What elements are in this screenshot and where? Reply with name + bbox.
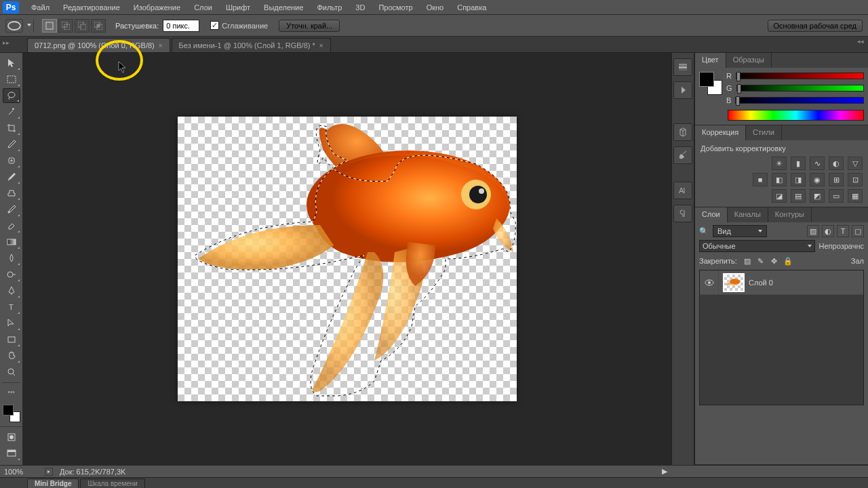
zoom-level[interactable]: 100% bbox=[4, 468, 38, 476]
history-brush-tool[interactable] bbox=[3, 202, 20, 217]
canvas-area[interactable] bbox=[23, 53, 671, 465]
zoom-tool[interactable] bbox=[3, 365, 20, 380]
current-tool-icon[interactable] bbox=[5, 19, 23, 33]
timeline-tab[interactable]: Шкала времени bbox=[80, 479, 144, 488]
collapse-panels-icon[interactable]: ◂◂ bbox=[857, 38, 864, 45]
adjustments-tab[interactable]: Коррекция bbox=[695, 125, 746, 140]
photo-filter-icon[interactable]: ◉ bbox=[810, 173, 825, 186]
lasso-tool[interactable] bbox=[3, 88, 20, 103]
bw-icon[interactable]: ◨ bbox=[791, 173, 806, 186]
hand-tool[interactable] bbox=[3, 348, 20, 363]
styles-tab[interactable]: Стили bbox=[746, 125, 782, 140]
color-swatches[interactable] bbox=[3, 405, 20, 422]
curves-icon[interactable]: ∿ bbox=[810, 157, 825, 170]
channel-mixer-icon[interactable]: ⊞ bbox=[829, 173, 844, 186]
color-lookup-icon[interactable]: ⊡ bbox=[848, 173, 863, 186]
color-fgbg-swatches[interactable] bbox=[699, 72, 722, 95]
layer-thumbnail[interactable] bbox=[723, 273, 745, 292]
move-tool[interactable] bbox=[3, 56, 20, 70]
lock-pixels-icon[interactable]: ✎ bbox=[755, 255, 767, 267]
workspace-switcher[interactable]: Основная рабочая сред bbox=[768, 20, 863, 32]
actions-panel-icon[interactable] bbox=[673, 81, 692, 99]
color-spectrum[interactable] bbox=[728, 110, 864, 121]
lock-position-icon[interactable]: ✥ bbox=[768, 255, 781, 267]
layers-tab[interactable]: Слои bbox=[695, 207, 728, 222]
menu-layer[interactable]: Слои bbox=[187, 1, 219, 14]
menu-edit[interactable]: Редактирование bbox=[56, 1, 127, 14]
r-slider[interactable] bbox=[736, 73, 864, 79]
b-slider[interactable] bbox=[735, 97, 864, 104]
clone-stamp-tool[interactable] bbox=[3, 186, 20, 201]
character-panel-icon[interactable]: A bbox=[673, 182, 692, 199]
vibrance-icon[interactable]: ▽ bbox=[848, 157, 863, 170]
close-tab-icon[interactable]: × bbox=[159, 42, 163, 49]
lock-transparency-icon[interactable]: ▨ bbox=[741, 255, 753, 267]
paragraph-panel-icon[interactable] bbox=[673, 205, 692, 222]
menu-help[interactable]: Справка bbox=[450, 1, 493, 14]
filter-adjustment-icon[interactable]: ◐ bbox=[822, 225, 834, 237]
properties-panel-icon[interactable] bbox=[673, 123, 692, 141]
magic-wand-tool[interactable] bbox=[3, 104, 20, 119]
channels-tab[interactable]: Каналы bbox=[728, 207, 768, 222]
feather-input[interactable] bbox=[163, 20, 199, 32]
mini-bridge-tab[interactable]: Mini Bridge bbox=[27, 479, 79, 488]
brush-tool[interactable] bbox=[3, 169, 20, 184]
document-tab-1[interactable]: 0712.png @ 100% (Слой 0, RGB/8) × bbox=[27, 38, 170, 52]
selection-new-button[interactable] bbox=[42, 19, 57, 33]
selection-add-button[interactable] bbox=[58, 19, 73, 33]
menu-filter[interactable]: Фильтр bbox=[310, 1, 349, 14]
edit-toolbar-icon[interactable]: ••• bbox=[3, 384, 20, 399]
brush-panel-icon[interactable] bbox=[673, 146, 692, 164]
rectangle-tool[interactable] bbox=[3, 332, 20, 347]
swatches-tab[interactable]: Образцы bbox=[726, 53, 772, 68]
menu-type[interactable]: Шрифт bbox=[219, 1, 257, 14]
eyedropper-tool[interactable] bbox=[3, 137, 20, 152]
paths-tab[interactable]: Контуры bbox=[768, 207, 812, 222]
foreground-swatch[interactable] bbox=[699, 72, 714, 87]
g-slider[interactable] bbox=[736, 85, 864, 92]
status-menu-icon[interactable]: ▸ bbox=[45, 468, 53, 476]
blend-mode-select[interactable]: Обычные bbox=[699, 240, 815, 252]
posterize-icon[interactable]: ▤ bbox=[791, 189, 806, 203]
crop-tool[interactable] bbox=[3, 121, 20, 136]
history-panel-icon[interactable] bbox=[673, 58, 692, 76]
selection-subtract-button[interactable] bbox=[75, 19, 90, 33]
antialias-checkbox[interactable]: ✓ Сглаживание bbox=[210, 21, 268, 30]
screen-mode-icon[interactable] bbox=[3, 446, 20, 461]
close-tab-icon[interactable]: × bbox=[319, 42, 323, 49]
exposure-icon[interactable]: ◐ bbox=[829, 157, 844, 170]
filter-shape-icon[interactable]: ▢ bbox=[852, 225, 864, 237]
gradient-map-icon[interactable]: ▭ bbox=[829, 189, 844, 203]
selective-color-icon[interactable]: ▦ bbox=[848, 189, 863, 203]
filter-type-icon[interactable]: T bbox=[837, 225, 849, 237]
path-selection-tool[interactable] bbox=[3, 316, 20, 331]
menu-file[interactable]: Файл bbox=[24, 1, 56, 14]
menu-window[interactable]: Окно bbox=[420, 1, 451, 14]
rectangular-marquee-tool[interactable] bbox=[3, 72, 20, 87]
layer-item[interactable]: Слой 0 bbox=[700, 270, 863, 295]
layer-filter-select[interactable]: Вид bbox=[713, 225, 767, 237]
quick-mask-icon[interactable] bbox=[3, 430, 20, 445]
status-arrow-icon[interactable]: ▶ bbox=[662, 467, 667, 476]
layer-name[interactable]: Слой 0 bbox=[749, 279, 773, 287]
expand-panels-icon[interactable]: ▸▸ bbox=[3, 39, 9, 46]
gradient-tool[interactable] bbox=[3, 235, 20, 249]
brightness-icon[interactable]: ☀ bbox=[772, 157, 787, 170]
color-tab[interactable]: Цвет bbox=[695, 53, 726, 68]
document-canvas[interactable] bbox=[178, 117, 517, 401]
menu-image[interactable]: Изображение bbox=[127, 1, 187, 14]
tool-preset-dropdown[interactable] bbox=[27, 20, 34, 32]
spot-healing-tool[interactable] bbox=[3, 153, 20, 168]
filter-pixel-icon[interactable]: ▨ bbox=[807, 225, 819, 237]
hue-icon[interactable]: ■ bbox=[753, 173, 768, 186]
pen-tool[interactable] bbox=[3, 283, 20, 298]
levels-icon[interactable]: ▮ bbox=[791, 157, 806, 170]
dodge-tool[interactable] bbox=[3, 267, 20, 282]
foreground-color-swatch[interactable] bbox=[3, 405, 14, 415]
menu-3d[interactable]: 3D bbox=[349, 1, 372, 14]
menu-view[interactable]: Просмотр bbox=[372, 1, 419, 14]
color-balance-icon[interactable]: ◧ bbox=[772, 173, 787, 186]
lock-all-icon[interactable]: 🔒 bbox=[782, 255, 794, 267]
document-tab-2[interactable]: Без имени-1 @ 100% (Слой 1, RGB/8) * × bbox=[172, 38, 331, 52]
layer-visibility-toggle[interactable] bbox=[700, 270, 719, 294]
